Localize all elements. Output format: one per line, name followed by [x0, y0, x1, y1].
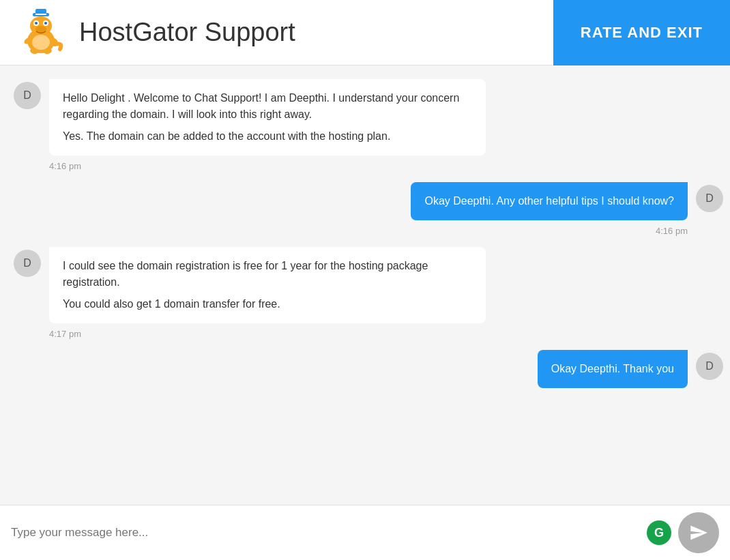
- svg-point-16: [32, 35, 50, 50]
- chat-header: HostGator Support RATE AND EXIT: [0, 0, 730, 65]
- message-timestamp: 4:17 pm: [14, 329, 723, 339]
- avatar: D: [14, 250, 41, 277]
- outgoing-message-bubble: Okay Deepthi. Thank you: [538, 350, 688, 388]
- message-group: DOkay Deepthi. Any other helpful tips I …: [14, 182, 723, 220]
- outgoing-message-bubble: Okay Deepthi. Any other helpful tips I s…: [411, 182, 688, 220]
- message-text: Yes. The domain can be added to the acco…: [63, 128, 472, 145]
- chat-area-wrapper: DHello Delight . Welcome to Chat Support…: [0, 65, 730, 505]
- page-title: HostGator Support: [79, 18, 553, 47]
- grammarly-icon: G: [647, 520, 671, 545]
- rate-and-exit-button[interactable]: RATE AND EXIT: [553, 0, 730, 65]
- send-button[interactable]: [678, 512, 719, 553]
- message-text: I could see the domain registration is f…: [63, 258, 472, 291]
- logo: [14, 5, 68, 60]
- message-text: Hello Delight . Welcome to Chat Support!…: [63, 90, 472, 123]
- message-group: DHello Delight . Welcome to Chat Support…: [14, 79, 723, 156]
- message-text: You could also get 1 domain transfer for…: [63, 296, 472, 312]
- message-group: DOkay Deepthi. Thank you: [14, 350, 723, 388]
- avatar: D: [696, 353, 723, 380]
- message-text: Okay Deepthi. Any other helpful tips I s…: [424, 193, 674, 209]
- avatar: D: [696, 185, 723, 212]
- svg-rect-11: [35, 14, 46, 15]
- message-timestamp: 4:16 pm: [14, 226, 723, 236]
- send-icon: [689, 523, 708, 542]
- message-group: DI could see the domain registration is …: [14, 247, 723, 323]
- incoming-message-bubble: I could see the domain registration is f…: [49, 247, 486, 323]
- message-text: Okay Deepthi. Thank you: [551, 361, 674, 377]
- chat-messages: DHello Delight . Welcome to Chat Support…: [0, 65, 730, 505]
- incoming-message-bubble: Hello Delight . Welcome to Chat Support!…: [49, 79, 486, 156]
- message-input[interactable]: [11, 526, 647, 540]
- input-area: G: [0, 505, 730, 560]
- message-timestamp: 4:16 pm: [14, 161, 723, 171]
- svg-point-4: [35, 22, 38, 25]
- hostgator-logo-icon: [16, 7, 67, 58]
- svg-point-5: [44, 22, 47, 25]
- avatar: D: [14, 82, 41, 109]
